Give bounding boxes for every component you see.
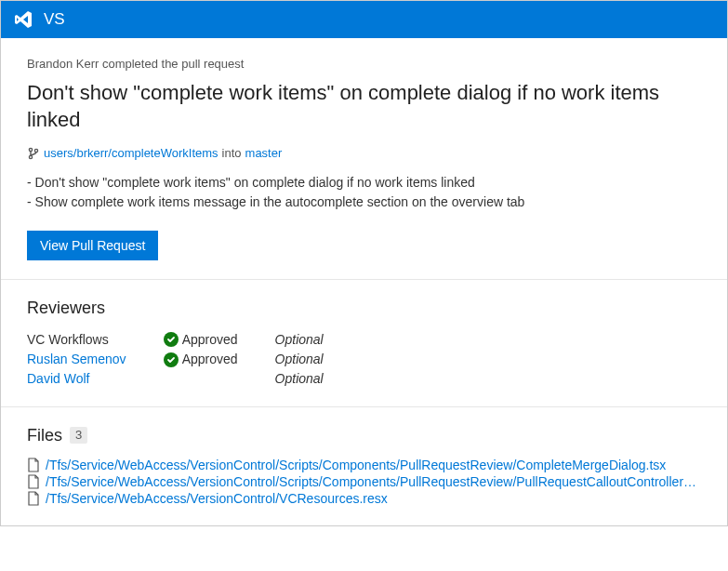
- vs-logo-icon: [12, 8, 34, 31]
- pr-description: - Don't show "complete work items" on co…: [27, 173, 701, 212]
- app-name: VS: [44, 10, 65, 29]
- vote-label: Approved: [182, 352, 238, 367]
- file-icon: [27, 474, 40, 489]
- reviewers-table: VC WorkflowsApprovedOptionalRuslan Semen…: [27, 329, 361, 388]
- file-item: /Tfs/Service/WebAccess/VersionControl/Sc…: [27, 457, 701, 473]
- svg-point-2: [34, 149, 37, 152]
- approved-check-icon: [164, 332, 179, 347]
- reviewer-name[interactable]: Ruslan Semenov: [27, 352, 126, 366]
- file-item: /Tfs/Service/WebAccess/VersionControl/Sc…: [27, 473, 701, 490]
- files-section: Files 3 /Tfs/Service/WebAccess/VersionCo…: [1, 406, 727, 525]
- into-text: into: [222, 146, 242, 160]
- reviewer-row: David WolfOptional: [27, 369, 361, 388]
- reviewer-row: VC WorkflowsApprovedOptional: [27, 329, 361, 349]
- target-branch-link[interactable]: master: [245, 146, 283, 160]
- file-item: /Tfs/Service/WebAccess/VersionControl/VC…: [27, 490, 701, 507]
- branch-line: users/brkerr/completeWorkItems into mast…: [27, 146, 701, 160]
- required-label: Optional: [275, 329, 361, 349]
- pr-title: Don't show "complete work items" on comp…: [27, 80, 701, 133]
- source-branch-link[interactable]: users/brkerr/completeWorkItems: [44, 146, 218, 160]
- reviewer-name[interactable]: David Wolf: [27, 371, 89, 386]
- completed-by-text: Brandon Kerr completed the pull request: [27, 57, 701, 71]
- branch-icon: [27, 147, 40, 160]
- svg-point-0: [29, 148, 32, 151]
- file-link[interactable]: /Tfs/Service/WebAccess/VersionControl/Sc…: [46, 458, 666, 472]
- required-label: Optional: [275, 369, 361, 388]
- approved-check-icon: [164, 352, 179, 367]
- reviewers-heading: Reviewers: [27, 299, 701, 318]
- svg-point-1: [29, 155, 32, 158]
- reviewers-section: Reviewers VC WorkflowsApprovedOptionalRu…: [1, 279, 727, 406]
- file-link[interactable]: /Tfs/Service/WebAccess/VersionControl/VC…: [46, 491, 388, 506]
- reviewer-name: VC Workflows: [27, 332, 109, 347]
- header-bar: VS: [1, 1, 727, 38]
- reviewer-row: Ruslan SemenovApprovedOptional: [27, 349, 361, 368]
- files-heading: Files: [27, 426, 62, 445]
- file-link[interactable]: /Tfs/Service/WebAccess/VersionControl/Sc…: [46, 474, 701, 489]
- view-pull-request-button[interactable]: View Pull Request: [27, 231, 158, 260]
- files-header: Files 3: [27, 426, 701, 445]
- pr-summary-section: Brandon Kerr completed the pull request …: [1, 38, 727, 279]
- files-count-badge: 3: [70, 427, 87, 444]
- file-list: /Tfs/Service/WebAccess/VersionControl/Sc…: [27, 457, 701, 507]
- required-label: Optional: [275, 349, 361, 368]
- vote-label: Approved: [182, 332, 238, 347]
- notification-card: VS Brandon Kerr completed the pull reque…: [0, 0, 728, 526]
- file-icon: [27, 491, 40, 506]
- file-icon: [27, 458, 40, 472]
